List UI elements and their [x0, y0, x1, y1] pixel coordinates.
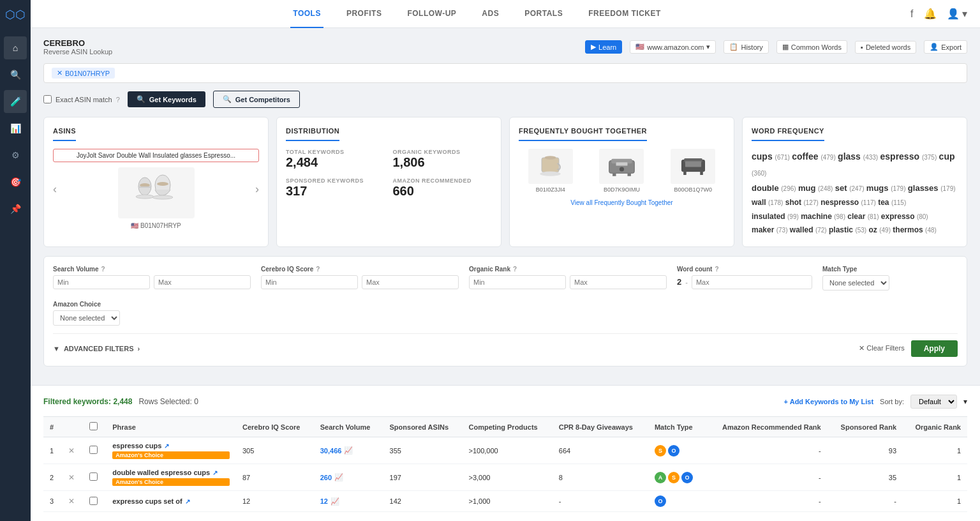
learn-icon: ▶	[591, 43, 596, 51]
apply-button[interactable]: Apply	[911, 340, 958, 357]
sidebar-cerebro[interactable]: 🧪	[4, 90, 27, 113]
svg-point-4	[157, 182, 168, 186]
help-icon-wc: ?	[715, 266, 718, 273]
deleted-words-button[interactable]: ▪ Deleted words	[855, 41, 916, 54]
row-remove-2[interactable]: ✕	[62, 464, 83, 491]
advanced-filters-button[interactable]: ▼ ADVANCED FILTERS ›	[53, 345, 140, 352]
exact-match-checkbox[interactable]: Exact ASIN match ?	[43, 95, 120, 103]
svg-point-6	[152, 195, 173, 199]
match-type-select[interactable]: None selected	[822, 275, 889, 291]
search-vol-min[interactable]	[53, 275, 150, 289]
word-freq-content: cups (671) coffee (479) glass (433) espr…	[752, 149, 958, 238]
sidebar-chart[interactable]: 📊	[4, 117, 27, 140]
row-remove-1[interactable]: ✕	[62, 437, 83, 464]
row-sponsored-3: 142	[383, 491, 463, 512]
word-count-filter: Word count ? 2 -	[677, 266, 812, 291]
word-machine: machine (98)	[801, 212, 845, 221]
word-mugs: mugs (179)	[866, 183, 906, 193]
rows-selected: Rows Selected: 0	[135, 397, 198, 406]
word-insulated: insulated (99)	[752, 212, 799, 221]
asin-carousel: ‹ JoyJolt Savor Double Wall Insulated gl…	[53, 149, 259, 229]
user-icon[interactable]: 👤 ▾	[947, 8, 967, 20]
breadcrumb-actions: ▶ Learn 🇺🇸 www.amazon.com ▾ 📋 History ▦ …	[585, 40, 967, 54]
carousel-prev[interactable]: ‹	[53, 183, 57, 196]
table-row: 1 ✕ espresso cups ↗ Amazon's Choice 305	[43, 437, 967, 464]
tab-portals[interactable]: PORTALS	[522, 0, 565, 28]
tab-tools[interactable]: TOOLS	[290, 0, 323, 28]
help-icon-iq: ?	[316, 266, 320, 273]
sidebar-bookmark[interactable]: 📌	[4, 197, 27, 220]
select-all-checkbox[interactable]	[89, 422, 98, 430]
help-icon-or: ?	[513, 266, 517, 273]
asin-tag[interactable]: ✕ B01N07HRYP	[52, 68, 115, 79]
filters-panel: Search Volume ? Cerebro IQ Score ?	[43, 256, 967, 366]
add-keywords-button[interactable]: + Add Keywords to My List	[784, 398, 873, 405]
row-remove-3[interactable]: ✕	[62, 491, 83, 512]
row-amazon-rank-3: -	[704, 491, 828, 512]
row-checkbox-1[interactable]	[83, 437, 106, 464]
facebook-icon[interactable]: f	[910, 8, 913, 20]
carousel-next[interactable]: ›	[255, 183, 259, 196]
search-vol-max[interactable]	[154, 275, 251, 289]
external-link-icon-3[interactable]: ↗	[185, 498, 190, 505]
word-cups: cups (671)	[752, 151, 790, 162]
sidebar-search[interactable]: 🔍	[4, 63, 27, 86]
organic-rank-max[interactable]	[570, 275, 667, 289]
get-keywords-button[interactable]: 🔍 Get Keywords	[128, 91, 205, 107]
col-checkbox	[83, 417, 106, 437]
organic-rank-filter: Organic Rank ?	[469, 266, 667, 291]
filters-grid: Search Volume ? Cerebro IQ Score ?	[53, 266, 958, 326]
amazon-choice-select[interactable]: None selected	[53, 310, 120, 326]
cerebro-iq-max[interactable]	[362, 275, 459, 289]
word-double: double (296)	[752, 183, 796, 193]
row-sv-1: 30,466 📈	[314, 437, 383, 464]
row-cerebro-3: 12	[236, 491, 314, 512]
tab-freedom-ticket[interactable]: FREEDOM TICKET	[586, 0, 664, 28]
external-link-icon-2[interactable]: ↗	[212, 469, 218, 476]
match-a-2: A	[655, 472, 666, 483]
row-organic-rank-3: 1	[903, 491, 967, 512]
exact-match-input[interactable]	[43, 95, 52, 103]
bell-icon[interactable]: 🔔	[924, 8, 937, 20]
row-checkbox-3[interactable]	[83, 491, 106, 512]
clear-filters-button[interactable]: ✕ Clear Filters	[859, 344, 904, 352]
asins-card-title: ASINS	[53, 127, 76, 141]
word-count-max[interactable]	[692, 275, 812, 289]
common-words-button[interactable]: ▦ Common Words	[776, 40, 847, 54]
organic-rank-min[interactable]	[469, 275, 566, 289]
tab-profits[interactable]: PROFITS	[344, 0, 385, 28]
export-icon: 👤	[930, 43, 939, 51]
product-name: JoyJolt Savor Double Wall Insulated glas…	[53, 149, 259, 162]
svg-point-9	[540, 172, 561, 176]
history-button[interactable]: 📋 History	[724, 40, 768, 54]
sort-select[interactable]: Default	[910, 395, 957, 409]
match-o-1: O	[668, 445, 679, 457]
row-phrase-3: expresso cups set of ↗	[106, 491, 236, 512]
row-cpr-2: 8	[553, 464, 648, 491]
row-sponsored-rank-1: 93	[828, 437, 903, 464]
word-wall: wall (178)	[752, 198, 783, 207]
fbt-image-2	[599, 149, 644, 184]
view-all-fbt-link[interactable]: View all Frequently Bought Together	[519, 199, 725, 206]
learn-button[interactable]: ▶ Learn	[585, 40, 622, 54]
row-checkbox-2[interactable]	[83, 464, 106, 491]
tag-close[interactable]: ✕	[57, 69, 63, 77]
word-espresso: espresso (375)	[880, 151, 937, 162]
grid-icon: ▦	[782, 43, 789, 51]
tab-followup[interactable]: FOLLOW-UP	[405, 0, 459, 28]
get-competitors-button[interactable]: 🔍 Get Competitors	[213, 91, 300, 108]
word-expresso: expresso (80)	[881, 212, 928, 221]
export-button[interactable]: 👤 Export	[924, 40, 967, 54]
help-icon: ?	[116, 96, 120, 103]
sidebar-home[interactable]: ⌂	[4, 36, 27, 59]
svg-rect-2	[138, 186, 151, 188]
external-link-icon[interactable]: ↗	[164, 442, 169, 449]
fbt-card-title: FREQUENTLY BOUGHT TOGETHER	[519, 127, 647, 141]
tab-ads[interactable]: ADS	[479, 0, 501, 28]
amazon-dropdown[interactable]: 🇺🇸 www.amazon.com ▾	[630, 40, 716, 54]
cerebro-iq-min[interactable]	[261, 275, 358, 289]
sidebar-gear[interactable]: ⚙	[4, 144, 27, 167]
sidebar-target[interactable]: 🎯	[4, 170, 27, 193]
chevron-right-icon: ›	[137, 345, 140, 352]
trend-icon-3: 📈	[330, 497, 339, 506]
